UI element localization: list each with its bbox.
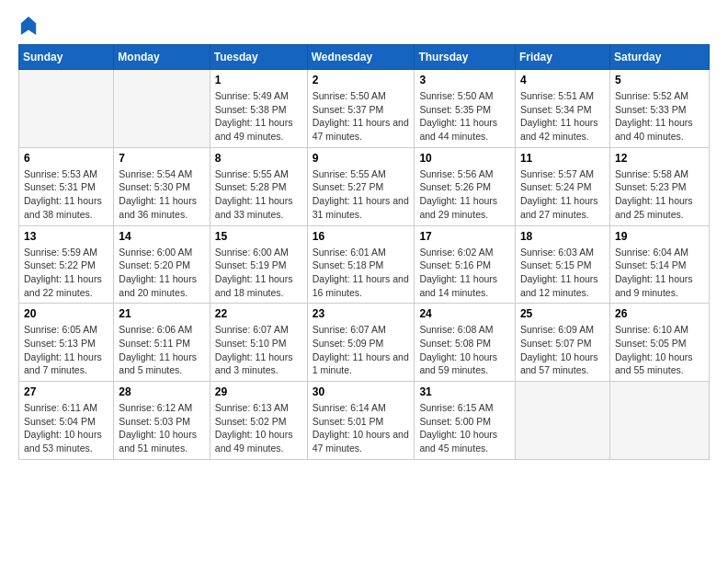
sunset-text: Sunset: 5:20 PM <box>119 259 190 270</box>
calendar-cell: 26 Sunrise: 6:10 AM Sunset: 5:05 PM Dayl… <box>609 304 709 382</box>
calendar-cell: 20 Sunrise: 6:05 AM Sunset: 5:13 PM Dayl… <box>19 304 114 382</box>
daylight-text: Daylight: 10 hours and 57 minutes. <box>520 351 598 376</box>
sunset-text: Sunset: 5:01 PM <box>313 416 384 427</box>
sunset-text: Sunset: 5:14 PM <box>615 259 687 270</box>
daylight-text: Daylight: 11 hours and 42 minutes. <box>520 117 598 142</box>
sunrise-text: Sunrise: 5:53 AM <box>24 168 97 179</box>
day-info: Sunrise: 6:08 AM Sunset: 5:08 PM Dayligh… <box>419 323 510 377</box>
sunset-text: Sunset: 5:05 PM <box>615 338 687 349</box>
calendar-cell: 17 Sunrise: 6:02 AM Sunset: 5:16 PM Dayl… <box>415 225 516 304</box>
sunset-text: Sunset: 5:22 PM <box>24 259 96 270</box>
day-number: 25 <box>520 307 605 320</box>
calendar-week-row: 1 Sunrise: 5:49 AM Sunset: 5:38 PM Dayli… <box>19 70 710 148</box>
day-number: 14 <box>119 230 204 243</box>
sunset-text: Sunset: 5:23 PM <box>615 181 687 192</box>
calendar-cell: 21 Sunrise: 6:06 AM Sunset: 5:11 PM Dayl… <box>114 304 210 382</box>
day-number: 16 <box>313 230 410 243</box>
daylight-text: Daylight: 11 hours and 5 minutes. <box>119 351 197 376</box>
daylight-text: Daylight: 10 hours and 45 minutes. <box>419 429 497 454</box>
daylight-text: Daylight: 11 hours and 14 minutes. <box>419 273 497 298</box>
sunset-text: Sunset: 5:38 PM <box>215 104 287 115</box>
calendar-cell: 28 Sunrise: 6:12 AM Sunset: 5:03 PM Dayl… <box>114 382 210 460</box>
daylight-text: Daylight: 11 hours and 18 minutes. <box>215 273 293 298</box>
sunset-text: Sunset: 5:24 PM <box>520 181 592 192</box>
day-info: Sunrise: 6:02 AM Sunset: 5:16 PM Dayligh… <box>419 246 510 300</box>
calendar-cell: 31 Sunrise: 6:15 AM Sunset: 5:00 PM Dayl… <box>415 382 516 460</box>
day-number: 1 <box>215 74 302 86</box>
header-friday: Friday <box>515 45 609 70</box>
day-number: 29 <box>215 385 302 398</box>
sunrise-text: Sunrise: 6:12 AM <box>119 402 192 413</box>
daylight-text: Daylight: 11 hours and 31 minutes. <box>313 195 409 220</box>
day-info: Sunrise: 5:51 AM Sunset: 5:34 PM Dayligh… <box>520 89 605 144</box>
sunrise-text: Sunrise: 6:11 AM <box>24 402 97 413</box>
daylight-text: Daylight: 11 hours and 16 minutes. <box>313 273 409 298</box>
day-number: 11 <box>520 152 605 165</box>
day-info: Sunrise: 5:53 AM Sunset: 5:31 PM Dayligh… <box>24 167 108 222</box>
calendar-cell: 1 Sunrise: 5:49 AM Sunset: 5:38 PM Dayli… <box>210 70 307 148</box>
day-number: 13 <box>24 230 108 243</box>
calendar-table: SundayMondayTuesdayWednesdayThursdayFrid… <box>18 44 710 460</box>
sunrise-text: Sunrise: 6:00 AM <box>215 247 289 258</box>
day-info: Sunrise: 6:05 AM Sunset: 5:13 PM Dayligh… <box>24 323 108 377</box>
sunset-text: Sunset: 5:09 PM <box>313 338 384 349</box>
sunrise-text: Sunrise: 6:13 AM <box>215 402 289 413</box>
page-header <box>18 18 710 35</box>
daylight-text: Daylight: 11 hours and 40 minutes. <box>615 117 693 142</box>
day-number: 12 <box>615 152 704 165</box>
calendar-cell: 5 Sunrise: 5:52 AM Sunset: 5:33 PM Dayli… <box>609 70 709 148</box>
calendar-cell: 13 Sunrise: 5:59 AM Sunset: 5:22 PM Dayl… <box>19 225 114 304</box>
calendar-cell: 8 Sunrise: 5:55 AM Sunset: 5:28 PM Dayli… <box>210 147 307 225</box>
day-info: Sunrise: 6:01 AM Sunset: 5:18 PM Dayligh… <box>313 246 410 300</box>
day-info: Sunrise: 6:09 AM Sunset: 5:07 PM Dayligh… <box>520 323 605 377</box>
day-info: Sunrise: 6:00 AM Sunset: 5:19 PM Dayligh… <box>215 246 302 300</box>
sunset-text: Sunset: 5:26 PM <box>419 181 491 192</box>
daylight-text: Daylight: 11 hours and 49 minutes. <box>215 117 293 142</box>
calendar-cell: 16 Sunrise: 6:01 AM Sunset: 5:18 PM Dayl… <box>307 225 415 304</box>
day-info: Sunrise: 5:54 AM Sunset: 5:30 PM Dayligh… <box>119 167 204 222</box>
day-info: Sunrise: 6:03 AM Sunset: 5:15 PM Dayligh… <box>520 246 605 300</box>
daylight-text: Daylight: 10 hours and 51 minutes. <box>119 429 197 454</box>
sunrise-text: Sunrise: 6:15 AM <box>419 402 493 413</box>
sunrise-text: Sunrise: 5:58 AM <box>615 168 688 179</box>
sunrise-text: Sunrise: 5:52 AM <box>615 90 688 101</box>
calendar-cell: 14 Sunrise: 6:00 AM Sunset: 5:20 PM Dayl… <box>114 225 210 304</box>
calendar-cell: 19 Sunrise: 6:04 AM Sunset: 5:14 PM Dayl… <box>609 225 709 304</box>
header-tuesday: Tuesday <box>210 45 307 70</box>
calendar-cell: 29 Sunrise: 6:13 AM Sunset: 5:02 PM Dayl… <box>210 382 307 460</box>
day-number: 19 <box>615 230 704 243</box>
calendar-cell: 25 Sunrise: 6:09 AM Sunset: 5:07 PM Dayl… <box>515 304 609 382</box>
sunset-text: Sunset: 5:02 PM <box>215 416 287 427</box>
calendar-cell: 12 Sunrise: 5:58 AM Sunset: 5:23 PM Dayl… <box>609 147 709 225</box>
day-number: 22 <box>215 307 302 320</box>
calendar-cell: 7 Sunrise: 5:54 AM Sunset: 5:30 PM Dayli… <box>114 147 210 225</box>
day-number: 21 <box>119 307 204 320</box>
daylight-text: Daylight: 11 hours and 25 minutes. <box>615 195 693 220</box>
calendar-cell: 22 Sunrise: 6:07 AM Sunset: 5:10 PM Dayl… <box>210 304 307 382</box>
day-info: Sunrise: 6:00 AM Sunset: 5:20 PM Dayligh… <box>119 246 204 300</box>
daylight-text: Daylight: 11 hours and 1 minute. <box>313 351 409 376</box>
sunset-text: Sunset: 5:16 PM <box>419 259 491 270</box>
daylight-text: Daylight: 10 hours and 55 minutes. <box>615 351 693 376</box>
calendar-cell: 23 Sunrise: 6:07 AM Sunset: 5:09 PM Dayl… <box>307 304 415 382</box>
sunrise-text: Sunrise: 6:14 AM <box>313 402 386 413</box>
day-info: Sunrise: 6:11 AM Sunset: 5:04 PM Dayligh… <box>24 401 108 455</box>
sunset-text: Sunset: 5:27 PM <box>313 181 384 192</box>
header-sunday: Sunday <box>19 45 114 70</box>
daylight-text: Daylight: 11 hours and 33 minutes. <box>215 195 293 220</box>
calendar-cell: 4 Sunrise: 5:51 AM Sunset: 5:34 PM Dayli… <box>515 70 609 148</box>
sunset-text: Sunset: 5:28 PM <box>215 181 287 192</box>
calendar-week-row: 27 Sunrise: 6:11 AM Sunset: 5:04 PM Dayl… <box>19 382 710 460</box>
sunrise-text: Sunrise: 6:02 AM <box>419 247 493 258</box>
sunrise-text: Sunrise: 5:54 AM <box>119 168 192 179</box>
daylight-text: Daylight: 11 hours and 9 minutes. <box>615 273 693 298</box>
sunrise-text: Sunrise: 6:03 AM <box>520 247 594 258</box>
day-info: Sunrise: 5:52 AM Sunset: 5:33 PM Dayligh… <box>615 89 704 144</box>
sunset-text: Sunset: 5:03 PM <box>119 416 190 427</box>
sunrise-text: Sunrise: 6:01 AM <box>313 247 386 258</box>
calendar-cell: 11 Sunrise: 5:57 AM Sunset: 5:24 PM Dayl… <box>515 147 609 225</box>
calendar-cell: 9 Sunrise: 5:55 AM Sunset: 5:27 PM Dayli… <box>307 147 415 225</box>
daylight-text: Daylight: 11 hours and 47 minutes. <box>313 117 409 142</box>
calendar-header-row: SundayMondayTuesdayWednesdayThursdayFrid… <box>19 45 710 70</box>
sunrise-text: Sunrise: 6:07 AM <box>215 324 289 335</box>
